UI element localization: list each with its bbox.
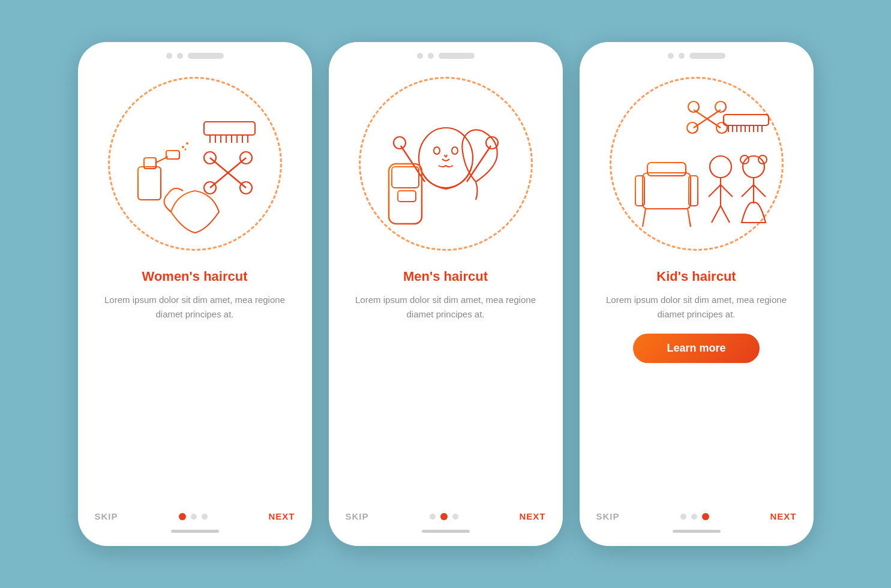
phone-womens: Women's haircut Lorem ipsum dolor sit di… [78,42,312,546]
svg-line-64 [709,185,721,197]
mens-skip[interactable]: SKIP [346,511,369,521]
kids-title: Kid's haircut [642,269,750,284]
svg-point-24 [394,137,406,149]
phone-mens: Men's haircut Lorem ipsum dolor sit dim … [329,42,563,546]
svg-point-6 [184,149,186,151]
svg-point-4 [182,146,184,148]
dot-1-active [179,513,186,520]
svg-point-62 [710,156,731,178]
svg-line-67 [721,206,730,223]
camera-dot-2 [417,53,423,59]
speaker-dot-3 [679,53,685,59]
svg-rect-0 [138,167,161,200]
phone-kids: Kid's haircut Lorem ipsum dolor sit dim … [580,42,814,546]
svg-rect-55 [643,173,691,209]
kids-desc: Lorem ipsum dolor sit dim amet, mea regi… [580,293,814,322]
dot-2 [191,514,197,520]
kids-illustration [598,65,796,263]
womens-next[interactable]: NEXT [268,511,295,521]
mens-desc: Lorem ipsum dolor sit dim amet, mea regi… [329,293,563,322]
svg-rect-3 [166,151,179,159]
speaker-dot-2 [428,53,434,59]
mens-svg [356,74,536,254]
home-indicator-2 [422,530,470,533]
phone-top-bar-2 [417,53,475,59]
speaker-pill [188,53,224,59]
mens-title: Men's haircut [389,269,502,284]
home-indicator-1 [171,530,219,533]
learn-more-button[interactable]: Learn more [633,334,759,363]
mens-illustration [347,65,545,263]
womens-nav: SKIP NEXT [78,511,312,521]
speaker-pill-2 [439,53,475,59]
svg-point-41 [687,122,698,133]
svg-point-68 [743,156,764,178]
mens-nav: SKIP NEXT [329,511,563,521]
dot-3-active [702,513,709,520]
mens-next[interactable]: NEXT [519,511,545,521]
womens-dots [179,513,208,520]
dot-1 [680,514,686,520]
svg-rect-38 [398,191,416,202]
womens-illustration [96,65,294,263]
svg-line-23 [467,146,491,182]
kids-svg [607,74,787,254]
svg-rect-45 [724,115,769,125]
camera-dot-3 [668,53,674,59]
phones-container: Women's haircut Lorem ipsum dolor sit di… [78,42,814,546]
svg-point-43 [716,122,727,133]
dot-1 [430,514,436,520]
phone-top-bar [166,53,224,59]
womens-desc: Lorem ipsum dolor sit dim amet, mea regi… [78,293,312,322]
kids-skip[interactable]: SKIP [596,511,620,521]
svg-rect-30 [392,167,419,188]
mens-dots [430,513,458,520]
svg-rect-29 [389,164,422,224]
svg-point-5 [186,142,188,145]
svg-point-73 [758,155,767,164]
camera-dot [166,53,172,59]
speaker-pill-3 [689,53,725,59]
svg-point-72 [740,155,749,164]
dot-2 [691,514,697,520]
kids-dots [680,513,709,520]
svg-point-28 [452,147,458,154]
svg-rect-7 [204,122,255,135]
svg-line-57 [643,209,646,227]
svg-line-58 [688,209,691,227]
svg-line-65 [721,185,733,197]
home-indicator-3 [673,530,721,533]
womens-skip[interactable]: SKIP [95,511,118,521]
dot-3 [452,514,458,520]
kids-next[interactable]: NEXT [770,511,796,521]
svg-line-66 [712,206,721,223]
svg-rect-56 [647,163,686,176]
womens-svg [105,74,285,254]
dot-3 [202,514,208,520]
speaker-dot [177,53,183,59]
svg-point-27 [434,147,440,154]
womens-title: Women's haircut [128,269,262,284]
svg-line-71 [754,185,766,197]
dot-2-active [440,513,448,520]
kids-nav: SKIP NEXT [580,511,814,521]
phone-top-bar-3 [668,53,725,59]
svg-line-70 [742,185,754,197]
